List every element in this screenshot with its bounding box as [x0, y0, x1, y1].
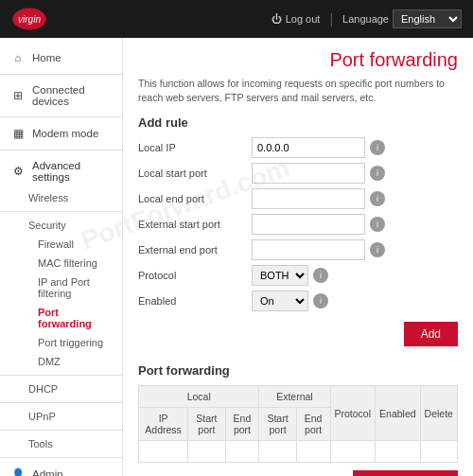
protocol-row: Protocol BOTH TCP UDP i — [138, 265, 458, 286]
sidebar-sub-security[interactable]: Security — [0, 216, 122, 235]
sidebar-label-advanced-settings: Advanced settings — [32, 160, 111, 183]
external-header: External — [259, 386, 330, 408]
admin-icon: 👤 — [11, 467, 25, 476]
sidebar-label-admin: Admin — [32, 468, 63, 476]
protocol-select[interactable]: BOTH TCP UDP — [252, 265, 308, 286]
external-end-port-input[interactable] — [252, 239, 365, 260]
sidebar-divider-3 — [0, 150, 122, 150]
sidebar-sub-dmz[interactable]: DMZ — [0, 352, 122, 371]
sidebar-item-advanced-settings[interactable]: ⚙ Advanced settings — [0, 154, 122, 188]
language-label: Language — [342, 13, 389, 25]
external-start-port-label: External start port — [138, 219, 252, 230]
protocol-info[interactable]: i — [313, 268, 328, 283]
table-row — [139, 441, 458, 463]
apply-button-container: Apply changes — [138, 463, 458, 476]
sidebar-sub-ip-port-filtering[interactable]: IP and Port filtering — [0, 273, 122, 303]
main-layout: ⌂ Home ⊞ Connected devices ▦ Modem mode … — [0, 38, 473, 476]
sidebar-sub-mac-filtering[interactable]: MAC filtering — [0, 254, 122, 273]
sidebar-sub-firewall[interactable]: Firewall — [0, 235, 122, 254]
home-icon: ⌂ — [11, 51, 25, 64]
sidebar-divider-5 — [0, 375, 122, 376]
enabled-select[interactable]: On Off — [252, 291, 308, 311]
sidebar-label-modem-mode: Modem mode — [32, 128, 98, 139]
sidebar-sub-port-triggering[interactable]: Port triggering — [0, 333, 122, 352]
external-end-port-row: External end port i — [138, 239, 458, 260]
external-start-port-header: Start port — [259, 408, 296, 441]
header-divider: | — [329, 11, 333, 26]
local-ip-label: Local IP — [138, 142, 252, 153]
local-end-port-input[interactable] — [252, 188, 365, 209]
sidebar-sub-upnp[interactable]: UPnP — [0, 407, 122, 426]
apply-changes-button[interactable]: Apply changes — [353, 470, 458, 476]
local-start-port-info[interactable]: i — [370, 166, 385, 181]
sidebar-divider-8 — [0, 457, 122, 458]
header: virgin ⏻ Log out | Language English Espa… — [0, 0, 473, 38]
local-start-port-row: Local start port i — [138, 163, 458, 184]
local-start-port-header: Start port — [188, 408, 225, 441]
logout-label: Log out — [286, 13, 321, 25]
local-ip-info[interactable]: i — [370, 140, 385, 155]
virgin-logo: virgin — [11, 6, 47, 32]
ip-address-header: IP Address — [139, 408, 188, 441]
port-forwarding-section: Port forwarding Local External Protocol … — [138, 363, 458, 476]
local-ip-input[interactable] — [252, 137, 365, 158]
local-ip-row: Local IP i — [138, 137, 458, 158]
local-end-port-row: Local end port i — [138, 188, 458, 209]
pf-section-title: Port forwarding — [138, 363, 458, 378]
sidebar-divider-2 — [0, 116, 122, 117]
sidebar-divider-4 — [0, 211, 122, 212]
add-button[interactable]: Add — [404, 322, 458, 346]
external-start-port-input[interactable] — [252, 214, 365, 235]
local-end-port-info[interactable]: i — [370, 191, 385, 206]
logout-button[interactable]: ⏻ Log out — [272, 13, 321, 25]
external-start-port-row: External start port i — [138, 214, 458, 235]
svg-text:virgin: virgin — [18, 14, 42, 25]
enabled-row: Enabled On Off i — [138, 291, 458, 311]
devices-icon: ⊞ — [11, 89, 25, 102]
page-title: Port forwarding — [138, 49, 458, 71]
enabled-header: Enabled — [376, 386, 421, 441]
sidebar-divider-7 — [0, 430, 122, 431]
protocol-header: Protocol — [330, 386, 376, 441]
sidebar-label-connected-devices: Connected devices — [32, 84, 111, 107]
sidebar-divider-6 — [0, 402, 122, 403]
sidebar-divider-1 — [0, 74, 122, 75]
language-select[interactable]: English Español Français — [393, 9, 462, 28]
local-start-port-label: Local start port — [138, 167, 252, 179]
local-end-port-header: End port — [225, 408, 259, 441]
sidebar: ⌂ Home ⊞ Connected devices ▦ Modem mode … — [0, 38, 123, 476]
protocol-label: Protocol — [138, 270, 252, 281]
enabled-label: Enabled — [138, 295, 252, 307]
sidebar-item-home[interactable]: ⌂ Home — [0, 45, 122, 70]
port-forwarding-table: Local External Protocol Enabled Delete I… — [138, 385, 458, 463]
external-end-port-info[interactable]: i — [370, 242, 385, 257]
enabled-info[interactable]: i — [313, 293, 328, 309]
power-icon: ⏻ — [272, 13, 282, 25]
page-description: This function allows for incoming reques… — [138, 77, 458, 104]
sidebar-sub-tools[interactable]: Tools — [0, 434, 122, 453]
external-start-port-info[interactable]: i — [370, 217, 385, 232]
local-start-port-input[interactable] — [252, 163, 365, 184]
settings-icon: ⚙ — [11, 165, 25, 178]
logo-container: virgin — [11, 6, 47, 32]
language-section: Language English Español Français — [342, 9, 462, 28]
header-right: ⏻ Log out | Language English Español Fra… — [272, 9, 462, 28]
add-rule-title: Add rule — [138, 115, 458, 130]
sidebar-label-home: Home — [32, 52, 61, 63]
sidebar-item-connected-devices[interactable]: ⊞ Connected devices — [0, 79, 122, 113]
sidebar-item-modem-mode[interactable]: ▦ Modem mode — [0, 121, 122, 146]
external-end-port-header: End port — [296, 408, 330, 441]
local-end-port-label: Local end port — [138, 193, 252, 204]
content-area: PortForward.com Port forwarding This fun… — [123, 38, 473, 476]
add-button-container: Add — [138, 316, 458, 352]
local-header: Local — [139, 386, 259, 408]
delete-header: Delete — [420, 386, 457, 441]
external-end-port-label: External end port — [138, 244, 252, 256]
modem-icon: ▦ — [11, 127, 25, 140]
sidebar-sub-wireless[interactable]: Wireless — [0, 188, 122, 207]
sidebar-sub-port-forwarding[interactable]: Port forwarding — [0, 303, 122, 333]
pf-table-body — [139, 441, 458, 463]
sidebar-item-admin[interactable]: 👤 Admin — [0, 462, 122, 476]
sidebar-sub-dhcp[interactable]: DHCP — [0, 379, 122, 398]
